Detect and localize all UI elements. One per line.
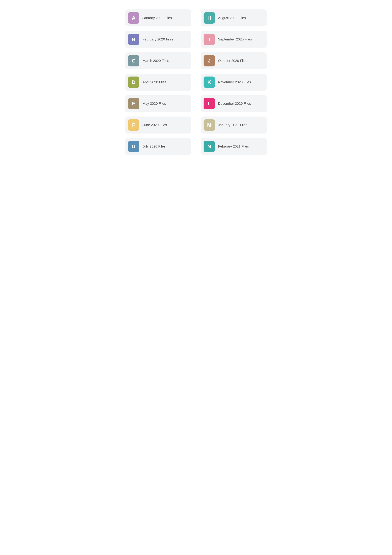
folder-icon-b: B xyxy=(128,34,139,45)
folder-item-h[interactable]: HAugust 2020 Files xyxy=(201,9,267,26)
folder-icon-n: N xyxy=(203,141,215,152)
folder-icon-a: A xyxy=(128,12,139,24)
folder-item-f[interactable]: FJune 2020 Files xyxy=(125,117,191,133)
folder-icon-h: H xyxy=(203,12,215,24)
folder-icon-f: F xyxy=(128,119,139,131)
folder-label-n: February 2021 Files xyxy=(218,144,249,148)
folder-item-a[interactable]: AJanuary 2020 Files xyxy=(125,9,191,26)
folder-item-l[interactable]: LDecember 2020 Files xyxy=(201,95,267,112)
folder-icon-i: I xyxy=(203,34,215,45)
folder-label-i: September 2020 Files xyxy=(218,37,252,41)
folder-label-e: May 2020 Files xyxy=(143,102,166,106)
folder-item-c[interactable]: CMarch 2020 Files xyxy=(125,52,191,69)
folder-icon-g: G xyxy=(128,141,139,152)
folder-label-l: December 2020 Files xyxy=(218,102,251,106)
folder-label-j: October 2020 Files xyxy=(218,59,247,63)
folder-label-f: June 2020 Files xyxy=(143,123,167,127)
folder-icon-c: C xyxy=(128,55,139,66)
folder-icon-e: E xyxy=(128,98,139,109)
folder-label-h: August 2020 Files xyxy=(218,16,246,20)
folder-icon-k: K xyxy=(203,77,215,88)
folder-item-d[interactable]: DApril 2020 Files xyxy=(125,74,191,91)
folder-item-k[interactable]: KNovember 2020 Files xyxy=(201,74,267,91)
folder-icon-j: J xyxy=(203,55,215,66)
folder-label-k: November 2020 Files xyxy=(218,80,251,84)
folder-icon-l: L xyxy=(203,98,215,109)
folder-item-i[interactable]: ISeptember 2020 Files xyxy=(201,31,267,48)
folder-label-a: January 2020 Files xyxy=(143,16,172,20)
folder-item-n[interactable]: NFebruary 2021 Files xyxy=(201,138,267,155)
folder-label-b: February 2020 Files xyxy=(143,37,173,41)
folder-item-e[interactable]: EMay 2020 Files xyxy=(125,95,191,112)
folder-label-g: July 2020 Files xyxy=(143,144,166,148)
folder-icon-m: M xyxy=(203,119,215,131)
folder-label-m: January 2021 Files xyxy=(218,123,247,127)
folder-item-b[interactable]: BFebruary 2020 Files xyxy=(125,31,191,48)
folder-item-j[interactable]: JOctober 2020 Files xyxy=(201,52,267,69)
folder-item-m[interactable]: MJanuary 2021 Files xyxy=(201,117,267,133)
folder-grid: AJanuary 2020 FilesHAugust 2020 FilesBFe… xyxy=(125,9,267,155)
folder-item-g[interactable]: GJuly 2020 Files xyxy=(125,138,191,155)
folder-icon-d: D xyxy=(128,77,139,88)
folder-label-d: April 2020 Files xyxy=(143,80,167,84)
folder-label-c: March 2020 Files xyxy=(143,59,169,63)
